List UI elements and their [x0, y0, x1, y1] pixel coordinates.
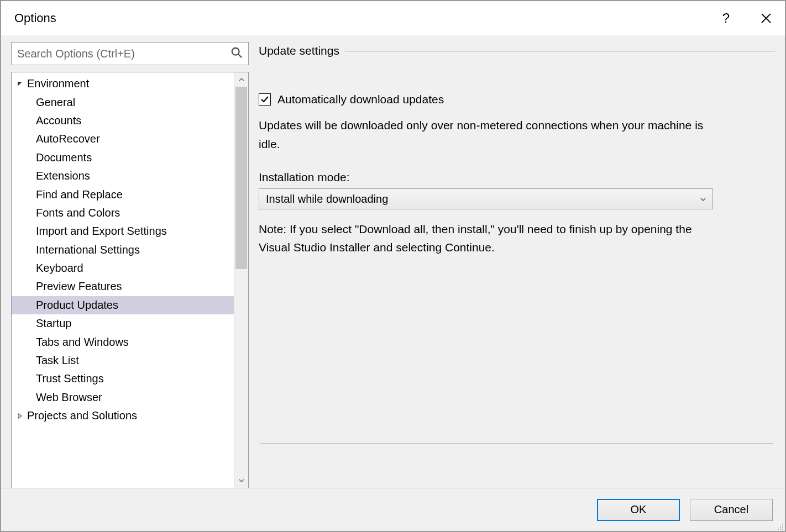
tree-item-autorecover[interactable]: AutoRecover	[12, 130, 234, 148]
tree-item-web-browser[interactable]: Web Browser	[12, 388, 234, 407]
svg-point-8	[780, 529, 781, 530]
search-icon[interactable]	[230, 46, 243, 61]
svg-point-2	[232, 48, 239, 55]
install-mode-label: Installation mode:	[259, 171, 775, 184]
tree-label: Startup	[36, 317, 71, 330]
footer-separator	[260, 443, 773, 444]
svg-line-3	[238, 54, 242, 57]
tree-item-find-replace[interactable]: Find and Replace	[12, 185, 234, 203]
install-mode-select[interactable]: Install while downloading	[259, 188, 713, 209]
tree-label: Accounts	[36, 114, 81, 127]
tree-item-import-export[interactable]: Import and Export Settings	[12, 222, 234, 240]
help-icon[interactable]: ?	[722, 10, 730, 26]
tree-item-accounts[interactable]: Accounts	[12, 112, 234, 130]
right-pane: Update settings Automatically download u…	[259, 42, 775, 488]
section-header: Update settings	[259, 44, 775, 57]
window-title: Options	[14, 11, 56, 25]
tree-scroll: Environment General Accounts AutoRecover…	[12, 72, 234, 488]
tree-item-tabs-windows[interactable]: Tabs and Windows	[12, 333, 234, 351]
chevron-down-icon	[700, 193, 706, 205]
cancel-button[interactable]: Cancel	[690, 499, 773, 521]
tree-item-international[interactable]: International Settings	[12, 241, 234, 259]
expand-icon[interactable]	[16, 413, 24, 419]
tree-scrollbar[interactable]	[234, 72, 248, 488]
tree-item-product-updates[interactable]: Product Updates	[12, 296, 234, 314]
search-input[interactable]	[17, 48, 230, 60]
options-tree: Environment General Accounts AutoRecover…	[11, 72, 249, 488]
scroll-down-icon[interactable]	[234, 473, 248, 488]
tree-category-environment[interactable]: Environment	[12, 75, 234, 93]
tree-item-extensions[interactable]: Extensions	[12, 167, 234, 185]
tree-item-documents[interactable]: Documents	[12, 149, 234, 167]
tree-label: General	[36, 96, 75, 109]
tree-item-preview-features[interactable]: Preview Features	[12, 277, 234, 296]
install-mode-value: Install while downloading	[266, 193, 388, 206]
tree-label: Preview Features	[36, 280, 122, 293]
tree-item-general[interactable]: General	[12, 93, 234, 111]
tree-label: Product Updates	[36, 299, 118, 312]
auto-download-label: Automatically download updates	[277, 93, 444, 106]
svg-point-9	[782, 529, 783, 530]
tree-label: Extensions	[36, 170, 90, 182]
scroll-track[interactable]	[234, 87, 248, 473]
ok-button[interactable]: OK	[597, 499, 680, 521]
tree-label: Environment	[27, 77, 89, 90]
search-box[interactable]	[11, 42, 249, 65]
close-icon[interactable]	[761, 13, 772, 24]
tree-label: Fonts and Colors	[36, 207, 120, 219]
svg-point-4	[782, 524, 783, 525]
tree-label: Web Browser	[36, 391, 102, 404]
tree-label: Keyboard	[36, 262, 83, 275]
tree-label: Tabs and Windows	[36, 336, 129, 349]
section-divider	[345, 51, 775, 51]
resize-grip-icon[interactable]	[775, 521, 784, 530]
auto-download-checkbox[interactable]	[259, 93, 271, 106]
tree-label: Task List	[36, 354, 79, 367]
svg-point-7	[778, 529, 779, 530]
left-pane: Environment General Accounts AutoRecover…	[11, 42, 249, 488]
tree-label: International Settings	[36, 244, 140, 256]
collapse-icon[interactable]	[16, 81, 24, 87]
tree-category-projects-solutions[interactable]: Projects and Solutions	[12, 407, 234, 425]
titlebar: Options ?	[1, 1, 785, 35]
dialog-footer: OK Cancel	[1, 488, 785, 531]
tree-label: Find and Replace	[36, 188, 123, 201]
svg-point-6	[782, 526, 783, 528]
scroll-up-icon[interactable]	[234, 72, 248, 87]
tree-label: Import and Export Settings	[36, 225, 167, 238]
tree-item-trust-settings[interactable]: Trust Settings	[12, 370, 234, 388]
dialog-body: Environment General Accounts AutoRecover…	[1, 35, 785, 488]
titlebar-controls: ?	[722, 10, 772, 26]
svg-point-5	[780, 526, 781, 528]
tree-label: Projects and Solutions	[27, 409, 137, 422]
install-mode-note: Note: If you select "Download all, then …	[259, 220, 717, 256]
auto-download-row: Automatically download updates	[259, 93, 775, 106]
tree-label: Documents	[36, 151, 92, 164]
tree-item-task-list[interactable]: Task List	[12, 351, 234, 370]
section-title: Update settings	[259, 44, 339, 57]
scroll-thumb[interactable]	[235, 87, 247, 269]
auto-download-description: Updates will be downloaded only over non…	[259, 116, 712, 153]
tree-label: AutoRecover	[36, 133, 100, 145]
tree-label: Trust Settings	[36, 372, 104, 385]
tree-item-keyboard[interactable]: Keyboard	[12, 259, 234, 277]
tree-item-startup[interactable]: Startup	[12, 314, 234, 333]
tree-item-fonts-colors[interactable]: Fonts and Colors	[12, 204, 234, 222]
